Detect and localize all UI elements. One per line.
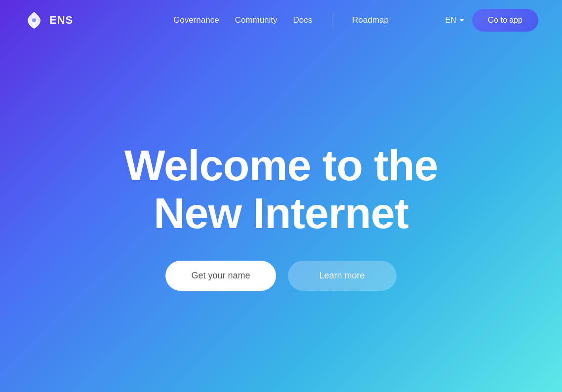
nav-governance[interactable]: Governance bbox=[173, 15, 219, 25]
get-your-name-button[interactable]: Get your name bbox=[165, 261, 276, 291]
ens-logo[interactable]: ENS bbox=[24, 10, 73, 31]
nav-docs[interactable]: Docs bbox=[293, 15, 313, 25]
lang-label: EN bbox=[445, 16, 456, 25]
nav-center: Governance Community Docs Roadmap bbox=[173, 13, 389, 28]
chevron-down-icon bbox=[459, 19, 464, 22]
hero-title: Welcome to the New Internet bbox=[124, 142, 438, 237]
hero-title-line2: New Internet bbox=[154, 189, 408, 237]
learn-more-button[interactable]: Learn more bbox=[288, 261, 397, 291]
language-selector[interactable]: EN bbox=[445, 16, 464, 25]
go-to-app-button[interactable]: Go to app bbox=[472, 9, 538, 32]
ens-logo-text: ENS bbox=[49, 14, 73, 27]
hero-buttons: Get your name Learn more bbox=[165, 261, 396, 291]
svg-point-0 bbox=[32, 18, 36, 22]
nav-divider bbox=[332, 13, 332, 28]
navbar: ENS Governance Community Docs Roadmap EN… bbox=[0, 0, 562, 40]
hero-title-line1: Welcome to the bbox=[124, 141, 438, 190]
nav-community[interactable]: Community bbox=[235, 15, 278, 25]
nav-roadmap[interactable]: Roadmap bbox=[352, 15, 389, 25]
ens-logo-icon bbox=[24, 10, 44, 31]
hero-section: Welcome to the New Internet Get your nam… bbox=[0, 40, 562, 392]
nav-left: ENS bbox=[24, 10, 73, 31]
page-wrapper: ENS Governance Community Docs Roadmap EN… bbox=[0, 0, 562, 392]
nav-right: EN Go to app bbox=[445, 9, 538, 32]
